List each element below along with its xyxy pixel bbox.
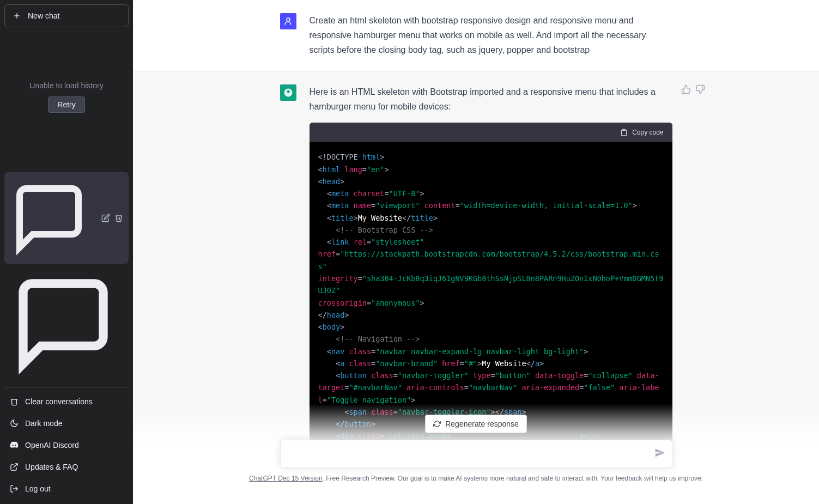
message-feedback xyxy=(681,84,705,94)
main-area: Create an html skeleton with bootstrap r… xyxy=(133,0,819,504)
external-link-icon xyxy=(10,463,19,471)
svg-rect-5 xyxy=(623,129,626,130)
new-chat-button[interactable]: New chat xyxy=(4,4,129,27)
code-block: Copy code <!DOCTYPE html> <html lang="en… xyxy=(310,123,672,451)
send-icon xyxy=(654,447,665,458)
clipboard-icon xyxy=(620,129,628,136)
chat-icon xyxy=(10,270,117,377)
refresh-icon xyxy=(433,420,441,428)
moon-icon xyxy=(10,419,19,428)
footer-text: . Free Research Preview. Our goal is to … xyxy=(323,475,703,482)
message-input[interactable] xyxy=(289,448,646,458)
dark-mode-button[interactable]: Dark mode xyxy=(4,412,129,434)
logout-label: Log out xyxy=(25,484,51,493)
copy-code-button[interactable]: Copy code xyxy=(632,127,663,138)
logout-button[interactable]: Log out xyxy=(4,478,129,500)
svg-line-2 xyxy=(14,464,17,467)
assistant-message-content: Here is an HTML skeleton with Bootstrap … xyxy=(310,84,672,451)
history-error-area: Unable to load history Retry xyxy=(4,27,129,167)
discord-button[interactable]: OpenAI Discord xyxy=(4,434,129,456)
clear-conversations-button[interactable]: Clear conversations xyxy=(4,391,129,412)
thumbs-down-icon[interactable] xyxy=(695,84,705,94)
chat-icon xyxy=(10,179,88,257)
thumbs-up-icon[interactable] xyxy=(681,84,691,94)
user-message-text: Create an html skeleton with bootstrap r… xyxy=(310,13,672,58)
assistant-avatar xyxy=(280,84,296,101)
trash-icon xyxy=(10,397,19,406)
discord-icon xyxy=(10,441,19,450)
sidebar-bottom: Clear conversations Dark mode OpenAI Dis… xyxy=(4,387,129,500)
chat-item[interactable]: Create Portfolio Webpage xyxy=(4,264,129,384)
new-chat-label: New chat xyxy=(28,11,59,20)
message-input-box[interactable] xyxy=(280,440,672,468)
edit-icon[interactable] xyxy=(101,214,110,222)
footer-note: ChatGPT Dec 15 Version. Free Research Pr… xyxy=(249,475,703,482)
code-header: Copy code xyxy=(310,123,672,142)
openai-icon xyxy=(283,88,293,98)
version-link[interactable]: ChatGPT Dec 15 Version xyxy=(249,475,323,482)
regenerate-label: Regenerate response xyxy=(445,420,519,428)
discord-label: OpenAI Discord xyxy=(25,441,79,450)
retry-button[interactable]: Retry xyxy=(48,96,84,113)
user-avatar xyxy=(280,13,296,29)
svg-point-4 xyxy=(287,18,290,21)
assistant-intro-text: Here is an HTML skeleton with Bootstrap … xyxy=(310,84,672,114)
clear-label: Clear conversations xyxy=(25,397,93,406)
chat-list: HTML Bootstrap Skelet Create Portfolio W… xyxy=(4,172,129,384)
history-error-text: Unable to load history xyxy=(29,81,103,90)
updates-button[interactable]: Updates & FAQ xyxy=(4,456,129,478)
updates-label: Updates & FAQ xyxy=(25,463,78,471)
chat-item-active[interactable]: HTML Bootstrap Skelet xyxy=(4,172,129,264)
regenerate-button[interactable]: Regenerate response xyxy=(425,415,527,433)
send-button[interactable] xyxy=(654,447,665,460)
plus-icon xyxy=(13,11,21,20)
sidebar: New chat Unable to load history Retry HT… xyxy=(0,0,133,504)
input-area: Regenerate response ChatGPT Dec 15 Versi… xyxy=(133,404,819,504)
trash-icon[interactable] xyxy=(114,214,123,222)
dark-label: Dark mode xyxy=(25,419,62,428)
user-message-row: Create an html skeleton with bootstrap r… xyxy=(133,0,819,71)
user-icon xyxy=(283,16,293,26)
logout-icon xyxy=(10,484,19,493)
